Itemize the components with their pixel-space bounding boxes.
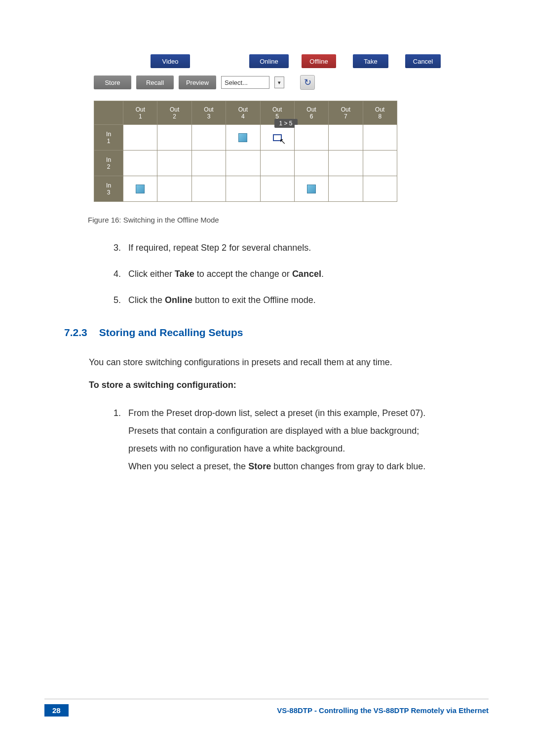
step-b-1: From the Preset drop-down list, select a… [123, 404, 489, 475]
section-heading: 7.2.3 Storing and Recalling Setups [64, 327, 489, 339]
matrix-corner [94, 101, 123, 125]
cell-3-8[interactable] [363, 176, 397, 202]
preview-button[interactable]: Preview [179, 76, 216, 89]
checked-icon [307, 185, 316, 193]
cell-1-2[interactable] [157, 125, 191, 151]
switch-matrix: Out 1 Out 2 Out 3 Out 4 Out 5 Out 6 Out … [94, 101, 397, 202]
chevron-down-icon[interactable]: ▾ [274, 76, 284, 88]
figure-caption: Figure 16: Switching in the Offline Mode [88, 216, 489, 224]
preset-select-label: Select... [225, 79, 248, 86]
online-button[interactable]: Online [249, 54, 289, 68]
cell-2-3[interactable] [191, 151, 226, 176]
cell-2-7[interactable] [329, 151, 363, 176]
col-out-4: Out 4 [226, 101, 260, 125]
toolbar-row-1: Video Online Offline Take Cancel [94, 54, 449, 68]
cell-3-7[interactable] [329, 176, 363, 202]
col-out-1: Out 1 [123, 101, 157, 125]
step-5: Click the Online button to exit the Offl… [123, 293, 489, 307]
cursor-icon: ↖ [279, 137, 286, 146]
cell-2-8[interactable] [363, 151, 397, 176]
col-out-8: Out 8 [363, 101, 397, 125]
section-intro: You can store switching configurations i… [89, 354, 489, 371]
checked-icon [136, 185, 145, 193]
page-number: 28 [44, 704, 69, 717]
cell-1-3[interactable] [191, 125, 226, 151]
refresh-icon[interactable]: ↻ [300, 75, 315, 90]
preset-select[interactable]: Select... [221, 76, 269, 89]
cell-3-2[interactable] [157, 176, 191, 202]
cell-2-5[interactable] [260, 151, 294, 176]
cell-3-6[interactable] [294, 176, 328, 202]
checked-icon [238, 133, 247, 142]
col-out-6: Out 6 [294, 101, 328, 125]
cancel-button[interactable]: Cancel [405, 54, 441, 68]
cell-1-7[interactable] [329, 125, 363, 151]
row-in-2: In 2 [94, 151, 123, 176]
footer-title: VS-88DTP - Controlling the VS-88DTP Remo… [277, 706, 489, 715]
figure-screenshot: Video Online Offline Take Cancel Store R… [94, 54, 449, 202]
cell-2-4[interactable] [226, 151, 260, 176]
offline-button[interactable]: Offline [302, 54, 336, 68]
steps-list-a: If required, repeat Step 2 for several c… [123, 241, 489, 307]
step-3: If required, repeat Step 2 for several c… [123, 241, 489, 255]
col-out-2: Out 2 [157, 101, 191, 125]
cell-1-6[interactable] [294, 125, 328, 151]
cell-2-2[interactable] [157, 151, 191, 176]
cell-3-4[interactable] [226, 176, 260, 202]
col-out-7: Out 7 [329, 101, 363, 125]
store-button[interactable]: Store [94, 76, 131, 89]
section-title: Storing and Recalling Setups [99, 327, 243, 339]
row-in-3: In 3 [94, 176, 123, 202]
recall-button[interactable]: Recall [136, 76, 174, 89]
cell-3-5[interactable] [260, 176, 294, 202]
cell-1-4[interactable] [226, 125, 260, 151]
row-in-1: In 1 [94, 125, 123, 151]
cell-1-5[interactable]: 1 > 5 ↖ [260, 125, 294, 151]
cell-1-8[interactable] [363, 125, 397, 151]
cell-1-1[interactable] [123, 125, 157, 151]
cell-2-6[interactable] [294, 151, 328, 176]
col-out-3: Out 3 [191, 101, 226, 125]
cell-3-1[interactable] [123, 176, 157, 202]
cell-3-3[interactable] [191, 176, 226, 202]
page-footer: 28 VS-88DTP - Controlling the VS-88DTP R… [44, 699, 489, 717]
section-number: 7.2.3 [64, 327, 87, 339]
video-button[interactable]: Video [151, 54, 190, 68]
toolbar-row-2: Store Recall Preview Select... ▾ ↻ [94, 75, 449, 90]
step-4: Click either Take to accept the change o… [123, 267, 489, 281]
sub-heading: To store a switching configuration: [89, 380, 489, 390]
cell-2-1[interactable] [123, 151, 157, 176]
steps-list-b: From the Preset drop-down list, select a… [123, 404, 489, 475]
take-button[interactable]: Take [353, 54, 388, 68]
